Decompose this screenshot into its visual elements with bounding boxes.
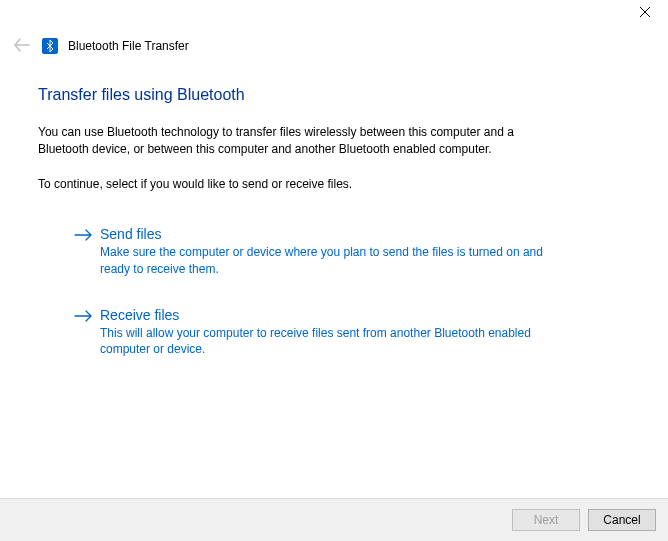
arrow-right-icon — [74, 309, 94, 326]
back-button — [12, 36, 32, 56]
receive-files-desc: This will allow your computer to receive… — [100, 325, 554, 357]
receive-files-option[interactable]: Receive files This will allow your compu… — [74, 307, 554, 357]
description-text: You can use Bluetooth technology to tran… — [38, 124, 558, 158]
close-icon — [640, 6, 650, 20]
send-files-desc: Make sure the computer or device where y… — [100, 244, 554, 276]
close-button[interactable] — [622, 0, 668, 26]
send-files-title: Send files — [100, 226, 554, 242]
back-arrow-icon — [14, 38, 30, 55]
send-files-option[interactable]: Send files Make sure the computer or dev… — [74, 226, 554, 276]
content-area: Transfer files using Bluetooth You can u… — [0, 56, 668, 357]
instruction-text: To continue, select if you would like to… — [38, 176, 558, 193]
bluetooth-icon — [42, 38, 58, 54]
window-title: Bluetooth File Transfer — [68, 39, 189, 53]
cancel-button[interactable]: Cancel — [588, 509, 656, 531]
header-row: Bluetooth File Transfer — [0, 0, 668, 56]
footer-bar: Next Cancel — [0, 498, 668, 541]
next-button: Next — [512, 509, 580, 531]
receive-files-title: Receive files — [100, 307, 554, 323]
page-heading: Transfer files using Bluetooth — [38, 86, 630, 104]
arrow-right-icon — [74, 228, 94, 245]
